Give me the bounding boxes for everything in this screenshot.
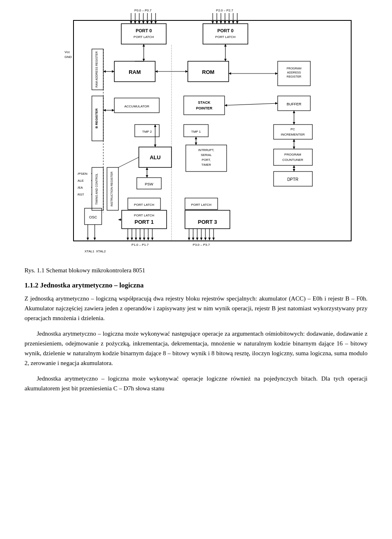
svg-marker-67 — [135, 238, 137, 240]
svg-marker-128 — [118, 218, 121, 221]
svg-marker-7 — [130, 21, 132, 24]
svg-marker-131 — [87, 238, 89, 240]
port1-label: PORT 1 — [135, 219, 154, 225]
dptr-label: DPTR — [287, 177, 298, 182]
timing-ctrl-label: TIMING AND CONTROL — [95, 173, 98, 205]
paragraph-3: Jednostka arytmetyczno – logiczna może w… — [24, 374, 368, 393]
ale-label: ALE — [78, 179, 84, 183]
svg-marker-9 — [138, 21, 140, 24]
svg-marker-27 — [236, 21, 238, 24]
svg-marker-90 — [224, 59, 227, 61]
diagram-container: P0.0 – P0.7 P2.0 – P2.7 — [24, 8, 368, 257]
port0-right-title: PORT 0 — [217, 28, 234, 33]
prog-addr-reg-label2: ADDRESS — [287, 71, 301, 74]
psen-label: /PSEN — [78, 172, 87, 176]
svg-marker-115 — [154, 125, 156, 127]
svg-marker-106 — [293, 111, 295, 113]
pc-inc-label2: INCREMENTER — [281, 133, 305, 136]
port0-left-sub: PORT LATCH — [134, 35, 154, 39]
port0-right-sub: PORT LATCH — [215, 35, 236, 39]
psw-label: PSW — [145, 182, 154, 186]
interrupt-label2: SERIAL — [201, 153, 212, 157]
svg-marker-100 — [103, 109, 106, 111]
prog-countuner-label2: COUNTUNER — [282, 158, 303, 162]
alu-label: ALU — [150, 154, 161, 160]
interrupt-label4: TIMER — [201, 163, 211, 167]
svg-line-101 — [225, 103, 278, 105]
xtal1-label: XTAL1 — [85, 249, 94, 253]
svg-marker-88 — [143, 44, 145, 47]
p10-p17-label: P1.0 – P1.7 — [131, 243, 149, 247]
svg-marker-12 — [150, 21, 153, 24]
svg-marker-71 — [151, 238, 154, 240]
svg-marker-103 — [225, 104, 227, 107]
svg-marker-68 — [139, 238, 141, 240]
svg-marker-97 — [229, 72, 231, 75]
port1-latch-sub: PORT LATCH — [134, 214, 154, 217]
svg-marker-83 — [204, 238, 207, 240]
svg-marker-120 — [146, 175, 148, 178]
pc-inc-label: PC — [290, 127, 295, 131]
paragraph-1: Z jednostką arytmetyczno – logiczną wspó… — [24, 294, 368, 323]
svg-marker-125 — [185, 70, 188, 73]
svg-rect-29 — [203, 24, 248, 44]
svg-marker-79 — [188, 238, 190, 240]
pin-p20-p27-label: P2.0 – P2.7 — [216, 9, 233, 12]
pin-p00-p07-label: P0.0 – P0.7 — [134, 9, 151, 12]
svg-marker-26 — [232, 21, 234, 24]
svg-marker-21 — [212, 21, 214, 24]
paragraph-2: Jednostka arytmetyczno – logiczna może w… — [24, 329, 368, 368]
interrupt-label1: INTRRUPT, — [198, 148, 214, 152]
prog-addr-reg-label3: REGISTER — [287, 75, 301, 78]
svg-marker-93 — [112, 70, 114, 73]
svg-marker-118 — [195, 137, 197, 139]
svg-marker-11 — [146, 21, 149, 24]
section-heading: 1.1.2 Jednostka arytmetyczno – logiczna — [24, 281, 368, 290]
stack-pointer-label: STACK — [198, 100, 211, 105]
svg-marker-99 — [112, 109, 114, 111]
svg-marker-22 — [216, 21, 218, 24]
svg-rect-30 — [74, 20, 351, 241]
svg-marker-117 — [195, 143, 197, 145]
svg-marker-111 — [293, 169, 295, 172]
vcc-label: Vcc — [65, 50, 70, 54]
port3-label: PORT 3 — [198, 219, 217, 225]
accumulator-label: ACCUMULATOR — [124, 105, 149, 108]
b-register-label: B REGISTER — [95, 108, 98, 128]
p30-p37-label: P3.0 – P3.7 — [193, 243, 210, 247]
svg-marker-8 — [134, 21, 136, 24]
osc-label: OSC — [89, 215, 97, 219]
svg-marker-25 — [228, 21, 230, 24]
svg-marker-85 — [212, 238, 215, 240]
ea-label: /EA — [78, 186, 83, 189]
svg-rect-36 — [184, 96, 225, 115]
svg-marker-87 — [143, 59, 145, 61]
svg-marker-84 — [208, 238, 211, 240]
svg-marker-70 — [147, 238, 149, 240]
interrupt-label3: PORT, — [202, 158, 211, 162]
svg-marker-112 — [293, 165, 295, 168]
port0-left-title: PORT 0 — [136, 28, 152, 33]
ram-label: RAM — [129, 69, 141, 75]
svg-marker-66 — [131, 238, 133, 240]
diagram-caption: Rys. 1.1 Schemat blokowy mikrokontrolera… — [24, 267, 368, 274]
ram-addr-reg-label: RAM ADDRESS REGISTER — [95, 51, 98, 88]
svg-marker-10 — [142, 21, 145, 24]
stack-pointer-label2: POINTER — [196, 106, 213, 110]
svg-marker-91 — [224, 44, 227, 47]
svg-marker-81 — [196, 238, 198, 240]
rom-label: ROM — [202, 69, 214, 75]
svg-marker-108 — [293, 147, 295, 149]
svg-line-122 — [118, 157, 139, 167]
svg-rect-44 — [274, 149, 312, 165]
svg-marker-132 — [94, 238, 96, 240]
svg-marker-96 — [275, 72, 278, 75]
svg-marker-65 — [127, 238, 129, 240]
svg-marker-82 — [200, 238, 203, 240]
svg-rect-41 — [274, 125, 312, 139]
tmp1-label: TMP 1 — [191, 130, 201, 134]
svg-marker-24 — [224, 21, 226, 24]
svg-marker-102 — [275, 102, 278, 105]
instr-reg-label: INSTRUCTION REGISTER — [110, 172, 113, 207]
svg-marker-114 — [154, 145, 156, 147]
